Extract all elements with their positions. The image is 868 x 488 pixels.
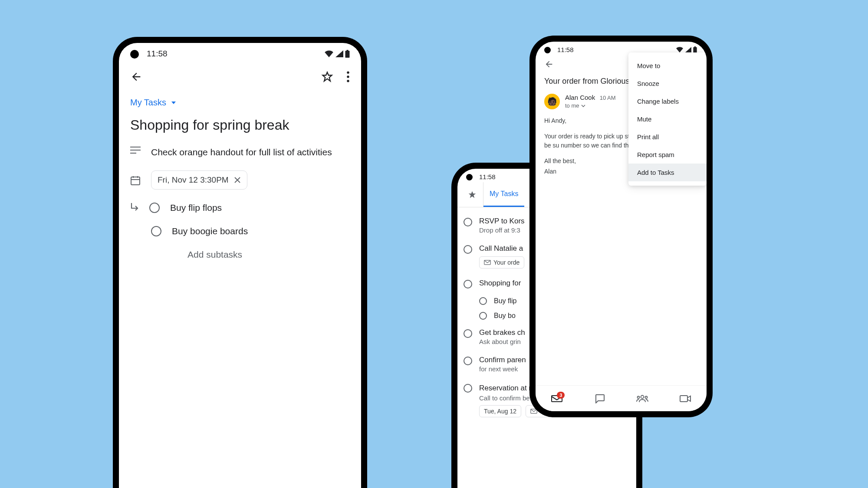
list-selector[interactable]: My Tasks bbox=[130, 98, 350, 108]
nav-mail[interactable]: 3 bbox=[547, 394, 566, 403]
signal-icon bbox=[685, 47, 691, 52]
phone-screen: 11:58 bbox=[119, 43, 361, 488]
arrow-back-icon bbox=[130, 71, 142, 83]
battery-icon bbox=[345, 50, 350, 58]
camera-cutout bbox=[130, 50, 139, 59]
menu-mute[interactable]: Mute bbox=[628, 110, 707, 128]
task-checkbox[interactable] bbox=[464, 245, 472, 254]
menu-snooze[interactable]: Snooze bbox=[628, 75, 707, 92]
subdirectory-icon bbox=[130, 203, 139, 213]
svg-rect-9 bbox=[680, 396, 687, 402]
svg-point-8 bbox=[645, 396, 648, 398]
people-icon bbox=[636, 395, 648, 403]
wifi-icon bbox=[324, 50, 334, 57]
mail-icon bbox=[484, 260, 491, 265]
menu-change-labels[interactable]: Change labels bbox=[628, 92, 707, 110]
menu-add-to-tasks[interactable]: Add to Tasks bbox=[628, 164, 707, 181]
phone-gmail: 11:58 Your order from Glorious F 🧑🏿 Alan… bbox=[529, 36, 713, 417]
notes-icon bbox=[130, 146, 141, 154]
chip-text: Tue, Aug 12 bbox=[484, 408, 516, 415]
avatar: 🧑🏿 bbox=[544, 94, 560, 109]
battery-icon bbox=[693, 46, 697, 53]
date-chip[interactable]: Tue, Aug 12 bbox=[479, 405, 521, 417]
subtask-row-1: Buy flip flops bbox=[130, 203, 350, 213]
back-button[interactable] bbox=[130, 71, 142, 83]
mail-badge: 3 bbox=[557, 392, 565, 399]
task-checkbox[interactable] bbox=[464, 357, 472, 365]
signal-icon bbox=[335, 50, 343, 57]
menu-print-all[interactable]: Print all bbox=[628, 128, 707, 146]
chevron-down-icon bbox=[581, 105, 585, 107]
description-row[interactable]: Check orange handout for full list of ac… bbox=[130, 145, 350, 159]
to-label: to me bbox=[565, 102, 579, 109]
status-icons bbox=[324, 50, 350, 58]
task-detail-content: My Tasks Shopping for spring break Check… bbox=[119, 61, 361, 269]
task-description: Check orange handout for full list of ac… bbox=[151, 145, 332, 159]
status-time: 11:58 bbox=[557, 46, 574, 53]
video-icon bbox=[680, 395, 691, 403]
subtask-title: Buy flip bbox=[494, 297, 516, 305]
subtask-title[interactable]: Buy boogie boards bbox=[172, 226, 248, 236]
list-label: My Tasks bbox=[130, 98, 166, 108]
task-checkbox[interactable] bbox=[464, 329, 472, 338]
menu-move-to[interactable]: Move to bbox=[628, 57, 707, 75]
date-chip[interactable]: Fri, Nov 12 3:30PM bbox=[151, 170, 247, 190]
status-time: 11:58 bbox=[479, 173, 496, 180]
email-chip[interactable]: Your orde bbox=[479, 256, 524, 269]
arrow-back-icon bbox=[544, 59, 554, 69]
chip-text: Your orde bbox=[493, 259, 519, 266]
task-title[interactable]: Shopping for spring break bbox=[130, 117, 350, 133]
sender-name: Alan Cook bbox=[565, 94, 595, 101]
close-icon[interactable] bbox=[234, 177, 241, 183]
add-subtasks-button[interactable]: Add subtasks bbox=[130, 249, 350, 260]
camera-cutout bbox=[466, 174, 473, 180]
overflow-menu: Move to Snooze Change labels Mute Print … bbox=[628, 52, 707, 186]
svg-point-7 bbox=[638, 396, 640, 398]
subtask-title: Buy bo bbox=[494, 312, 516, 320]
top-bar bbox=[130, 71, 350, 83]
task-checkbox[interactable] bbox=[464, 218, 472, 226]
svg-point-6 bbox=[641, 395, 644, 398]
status-bar: 11:58 bbox=[119, 43, 361, 61]
bottom-nav: 3 bbox=[536, 385, 707, 411]
subtask-checkbox[interactable] bbox=[479, 312, 487, 320]
email-content: Your order from Glorious F 🧑🏿 Alan Cook … bbox=[536, 55, 707, 381]
task-checkbox[interactable] bbox=[464, 280, 472, 288]
phone-tasks-detail: 11:58 bbox=[113, 37, 367, 488]
star-outline-icon bbox=[321, 71, 333, 83]
nav-chat[interactable] bbox=[590, 394, 609, 403]
svg-point-2 bbox=[347, 80, 349, 82]
status-icons bbox=[676, 46, 697, 53]
camera-cutout bbox=[544, 47, 551, 53]
svg-point-0 bbox=[347, 72, 349, 74]
more-vert-icon bbox=[346, 71, 350, 82]
star-icon bbox=[468, 190, 477, 199]
dropdown-icon bbox=[171, 102, 176, 104]
calendar-icon bbox=[130, 175, 141, 186]
subtask-title[interactable]: Buy flip flops bbox=[170, 203, 222, 213]
nav-meet[interactable] bbox=[676, 395, 695, 403]
date-chip-text: Fri, Nov 12 3:30PM bbox=[158, 175, 229, 185]
more-button[interactable] bbox=[346, 71, 350, 82]
tab-my-tasks[interactable]: My Tasks bbox=[483, 182, 524, 207]
date-row: Fri, Nov 12 3:30PM bbox=[130, 170, 350, 190]
svg-rect-3 bbox=[131, 177, 140, 185]
star-button[interactable] bbox=[321, 71, 333, 83]
wifi-icon bbox=[676, 47, 684, 52]
starred-tab[interactable] bbox=[461, 182, 483, 207]
nav-spaces[interactable] bbox=[633, 395, 652, 403]
subtask-checkbox[interactable] bbox=[479, 297, 487, 305]
subtask-row-2: Buy boogie boards bbox=[130, 226, 350, 236]
menu-report-spam[interactable]: Report spam bbox=[628, 146, 707, 164]
svg-point-1 bbox=[347, 75, 349, 78]
chat-icon bbox=[595, 394, 605, 403]
subtask-checkbox[interactable] bbox=[149, 203, 160, 213]
subtask-checkbox[interactable] bbox=[151, 226, 161, 236]
email-time: 10 AM bbox=[600, 95, 616, 101]
status-time: 11:58 bbox=[147, 49, 168, 59]
phone-screen: 11:58 Your order from Glorious F 🧑🏿 Alan… bbox=[536, 42, 707, 411]
task-checkbox[interactable] bbox=[464, 384, 472, 393]
